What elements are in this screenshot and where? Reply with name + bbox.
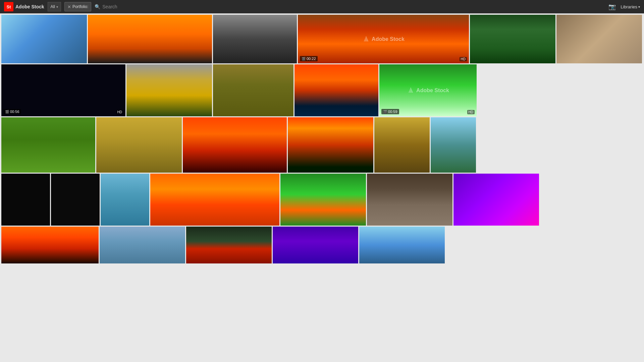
hd-badge: HD xyxy=(460,57,467,61)
video-duration-badge: 🎬00:59 xyxy=(381,109,399,114)
camera-icon[interactable]: 📷 xyxy=(608,3,616,10)
app-name: Adobe Stock xyxy=(15,4,44,9)
watermark: Adobe Stock xyxy=(407,87,449,94)
grid-item[interactable]: Adobe Stock🎬00:22HD xyxy=(298,15,469,63)
grid-item[interactable] xyxy=(453,174,539,226)
grid-item[interactable] xyxy=(294,64,378,116)
grid-item[interactable] xyxy=(126,64,212,116)
grid-item[interactable] xyxy=(1,227,99,263)
grid-item[interactable] xyxy=(100,227,185,263)
video-duration-badge: 🎬00:56 xyxy=(3,109,21,114)
grid-item[interactable] xyxy=(556,15,642,63)
grid-item[interactable] xyxy=(288,117,373,173)
grid-row: 🎬00:56HDAdobe Stock🎬00:59HD xyxy=(1,64,643,116)
grid-item[interactable] xyxy=(101,174,149,226)
close-icon[interactable]: ✕ xyxy=(67,4,71,9)
grid-item[interactable] xyxy=(431,117,476,173)
grid-item[interactable] xyxy=(374,117,430,173)
hd-badge: HD xyxy=(116,110,123,114)
grid-item[interactable] xyxy=(1,117,95,173)
chevron-down-icon: ▾ xyxy=(638,5,640,9)
grid-item[interactable] xyxy=(273,227,358,263)
video-camera-icon: 🎬 xyxy=(302,57,306,61)
main-content: Adobe Stock🎬00:22HD🎬00:56HDAdobe Stock🎬0… xyxy=(0,13,644,362)
grid-item[interactable] xyxy=(1,15,87,63)
grid-item[interactable] xyxy=(367,174,452,226)
grid-item[interactable] xyxy=(359,227,445,263)
grid-item[interactable]: Adobe Stock🎬00:59HD xyxy=(379,64,477,116)
st-logo-icon: St xyxy=(4,2,13,11)
video-camera-icon: 🎬 xyxy=(5,110,9,114)
watermark: Adobe Stock xyxy=(362,36,405,43)
filter-dropdown[interactable]: All ▾ xyxy=(48,2,61,11)
grid-item[interactable] xyxy=(1,174,50,226)
grid-item[interactable]: 🎬00:56HD xyxy=(1,64,125,116)
portfolio-tag: ✕ Portfolio: xyxy=(64,2,91,11)
grid-item[interactable] xyxy=(183,117,287,173)
filter-selected: All xyxy=(51,4,55,9)
video-camera-icon: 🎬 xyxy=(383,110,387,114)
search-bar: 🔍 xyxy=(95,4,605,9)
grid-item[interactable] xyxy=(150,174,279,226)
search-icon: 🔍 xyxy=(95,4,100,9)
grid-item[interactable] xyxy=(51,174,100,226)
portfolio-label: Portfolio: xyxy=(72,4,88,9)
video-duration-badge: 🎬00:22 xyxy=(300,56,318,61)
grid-item[interactable] xyxy=(88,15,212,63)
grid-row: Adobe Stock🎬00:22HD xyxy=(1,15,643,63)
grid-item[interactable] xyxy=(186,227,272,263)
grid-item[interactable] xyxy=(470,15,555,63)
libraries-button[interactable]: Libraries ▾ xyxy=(621,4,640,9)
grid-row xyxy=(1,174,643,226)
grid-item[interactable] xyxy=(213,64,293,116)
grid-item[interactable] xyxy=(96,117,182,173)
grid-item[interactable] xyxy=(280,174,366,226)
hd-badge: HD xyxy=(467,110,475,114)
chevron-down-icon: ▾ xyxy=(56,5,58,9)
grid-row xyxy=(1,227,643,263)
adobe-stock-logo: St Adobe Stock xyxy=(4,2,44,11)
image-grid: Adobe Stock🎬00:22HD🎬00:56HDAdobe Stock🎬0… xyxy=(1,15,643,263)
header: St Adobe Stock All ▾ ✕ Portfolio: 🔍 📷 Li… xyxy=(0,0,644,13)
grid-row xyxy=(1,117,643,173)
search-input[interactable] xyxy=(102,4,605,9)
grid-item[interactable] xyxy=(213,15,297,63)
header-right: 📷 Libraries ▾ xyxy=(608,3,640,10)
